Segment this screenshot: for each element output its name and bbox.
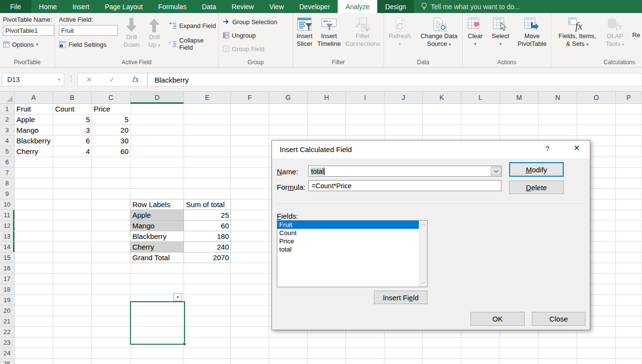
row-labels-filter-dropdown[interactable]: ▼ xyxy=(173,293,182,301)
column-header-I[interactable]: I xyxy=(346,92,385,104)
pivot-grand-total-value[interactable]: 2070 xyxy=(184,252,231,263)
cell-B2[interactable]: 5 xyxy=(53,114,92,125)
column-header-J[interactable]: J xyxy=(385,92,423,104)
row-header-2[interactable]: 2 xyxy=(0,114,14,125)
cell-B1[interactable]: Count xyxy=(53,104,92,114)
cell-B5[interactable]: 4 xyxy=(53,146,92,157)
pivottable-name-input[interactable]: PivotTable1 xyxy=(3,25,54,36)
cell-B3[interactable]: 3 xyxy=(53,125,92,136)
row-header-16[interactable]: 16 xyxy=(0,263,14,274)
column-header-O[interactable]: O xyxy=(577,92,616,104)
insert-function-icon[interactable]: fx xyxy=(132,75,139,84)
field-item-fruit[interactable]: Fruit xyxy=(277,221,427,229)
dialog-close-icon[interactable]: ✕ xyxy=(570,143,584,155)
column-header-E[interactable]: E xyxy=(184,92,231,104)
collapse-field-button[interactable]: - Collapse Field xyxy=(169,38,218,50)
row-header-19[interactable]: 19 xyxy=(0,295,14,306)
cancel-icon[interactable]: ✕ xyxy=(86,75,92,84)
cell-A4[interactable]: Blackberry xyxy=(14,136,53,146)
column-header-H[interactable]: H xyxy=(308,92,346,104)
tab-insert[interactable]: Insert xyxy=(65,0,97,13)
cell-C5[interactable]: 60 xyxy=(92,146,130,157)
scroll-down-icon[interactable] xyxy=(419,279,428,287)
ok-button[interactable]: OK xyxy=(471,312,525,326)
row-header-14[interactable]: 14 xyxy=(0,242,14,252)
row-header-25[interactable]: 25 xyxy=(0,359,14,364)
field-item-total[interactable]: total xyxy=(277,245,427,253)
pivot-values-header[interactable]: Sum of total xyxy=(184,199,231,210)
row-header-8[interactable]: 8 xyxy=(0,178,14,189)
field-item-price[interactable]: Price xyxy=(277,237,427,245)
column-header-G[interactable]: G xyxy=(269,92,308,104)
insert-field-button[interactable]: Insert Field xyxy=(374,291,428,304)
scroll-up-icon[interactable] xyxy=(419,221,428,229)
pivot-row-label[interactable]: Mango xyxy=(130,221,184,231)
expand-field-button[interactable]: + Expand Field xyxy=(169,20,218,31)
tab-home[interactable]: Home xyxy=(31,0,65,13)
row-header-20[interactable]: 20 xyxy=(0,306,14,316)
column-header-B[interactable]: B xyxy=(53,92,92,104)
group-field-button[interactable]: 7 Group Field xyxy=(223,43,293,55)
row-header-6[interactable]: 6 xyxy=(0,157,14,168)
column-header-N[interactable]: N xyxy=(539,92,577,104)
column-header-L[interactable]: L xyxy=(461,92,500,104)
row-header-18[interactable]: 18 xyxy=(0,284,14,295)
cell-A5[interactable]: Cherry xyxy=(14,146,53,157)
tab-page-layout[interactable]: Page Layout xyxy=(97,0,151,13)
cell-C2[interactable]: 5 xyxy=(92,114,130,125)
row-header-24[interactable]: 24 xyxy=(0,348,14,359)
pivot-row-value[interactable]: 25 xyxy=(184,210,231,221)
select-all-corner[interactable] xyxy=(0,92,14,104)
column-header-P[interactable]: P xyxy=(616,92,642,104)
row-header-1[interactable]: 1 xyxy=(0,104,14,114)
field-item-count[interactable]: Count xyxy=(277,229,427,237)
row-header-5[interactable]: 5 xyxy=(0,146,14,157)
delete-button[interactable]: Delete xyxy=(509,181,564,194)
row-header-12[interactable]: 12 xyxy=(0,221,14,231)
name-combobox[interactable]: total xyxy=(308,166,502,177)
ungroup-button[interactable]: Ungroup xyxy=(223,29,293,41)
pivot-row-label[interactable]: Blackberry xyxy=(130,231,184,242)
pivot-row-value[interactable]: 180 xyxy=(184,231,231,242)
tab-view[interactable]: View xyxy=(261,0,291,13)
tab-analyze[interactable]: Analyze xyxy=(338,0,377,13)
column-header-F[interactable]: F xyxy=(231,92,269,104)
row-header-15[interactable]: 15 xyxy=(0,252,14,263)
tab-formulas[interactable]: Formulas xyxy=(151,0,194,13)
group-selection-button[interactable]: Group Selection xyxy=(223,16,293,28)
cell-C3[interactable]: 20 xyxy=(92,125,130,136)
column-header-K[interactable]: K xyxy=(423,92,461,104)
cell-A1[interactable]: Fruit xyxy=(14,104,53,114)
formula-field[interactable]: =Count*Price xyxy=(308,180,501,191)
name-combo-dropdown-button[interactable] xyxy=(491,167,501,176)
row-header-4[interactable]: 4 xyxy=(0,136,14,146)
enter-check-icon[interactable]: ✓ xyxy=(109,75,115,84)
cell-C1[interactable]: Price xyxy=(92,104,130,114)
tab-data[interactable]: Data xyxy=(194,0,224,13)
row-header-3[interactable]: 3 xyxy=(0,125,14,136)
row-header-9[interactable]: 9 xyxy=(0,189,14,199)
row-header-13[interactable]: 13 xyxy=(0,231,14,242)
tab-developer[interactable]: Developer xyxy=(292,0,338,13)
fields-scrollbar[interactable] xyxy=(419,221,427,287)
row-header-23[interactable]: 23 xyxy=(0,337,14,348)
row-header-7[interactable]: 7 xyxy=(0,168,14,178)
dialog-help-icon[interactable]: ? xyxy=(542,144,553,155)
column-header-C[interactable]: C xyxy=(92,92,130,104)
cell-C4[interactable]: 30 xyxy=(92,136,130,146)
active-field-input[interactable]: Fruit xyxy=(59,25,118,36)
row-header-22[interactable]: 22 xyxy=(0,327,14,337)
selection-fill-handle[interactable] xyxy=(183,342,186,346)
row-header-17[interactable]: 17 xyxy=(0,274,14,284)
tab-file[interactable]: File xyxy=(0,0,31,13)
tab-review[interactable]: Review xyxy=(224,0,262,13)
row-header-21[interactable]: 21 xyxy=(0,316,14,327)
pivot-row-value[interactable]: 60 xyxy=(184,221,231,231)
row-header-11[interactable]: 11 xyxy=(0,210,14,221)
tell-me-box[interactable]: Tell me what you want to do... xyxy=(414,0,527,13)
name-box[interactable]: D13 ▾ xyxy=(2,73,64,86)
pivot-grand-total-label[interactable]: Grand Total xyxy=(130,252,184,263)
pivot-row-value[interactable]: 240 xyxy=(184,242,231,252)
column-header-D[interactable]: D xyxy=(130,92,184,104)
pivot-row-labels-header[interactable]: Row Labels xyxy=(130,199,184,210)
